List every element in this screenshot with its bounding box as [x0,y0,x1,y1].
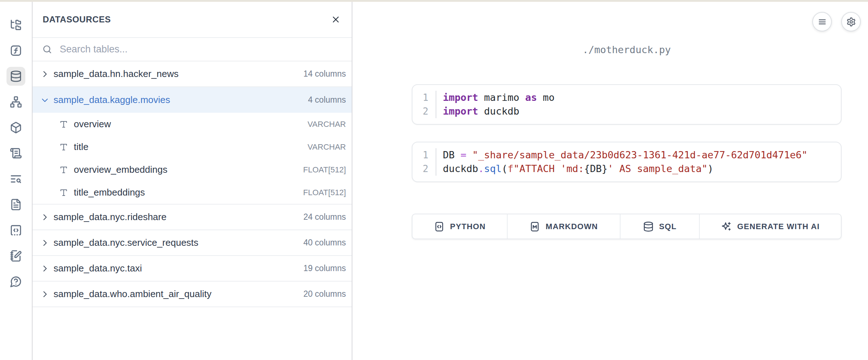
rail-item-database[interactable] [7,67,25,86]
add-cell-button-generate-with-ai[interactable]: GENERATE WITH AI [699,214,841,239]
rail-item-file-text[interactable] [7,195,25,214]
table-column-count: 4 columns [308,95,346,105]
column-type: FLOAT[512] [303,165,346,175]
table-row[interactable]: sample_data.who.ambient_air_quality20 co… [33,282,352,307]
gear-icon [846,17,856,27]
column-name: title_embeddings [74,187,145,198]
network-icon [10,96,22,108]
column-name: overview [74,119,111,130]
table-row[interactable]: sample_data.nyc.rideshare24 columns [33,205,352,230]
file-text-icon [10,198,22,211]
chevron-right-icon [41,290,49,299]
rail-item-function-square[interactable] [7,41,25,60]
chevron-right-icon [41,239,49,247]
top-right-toolbar [812,12,861,31]
column-row[interactable]: titleVARCHAR [33,136,352,158]
table-search-row [33,38,352,61]
type-icon [59,166,68,174]
type-icon [59,188,68,197]
rail-item-message-circle-question[interactable] [7,272,25,291]
table-name: sample_data.kaggle.movies [54,94,170,106]
table-column-count: 14 columns [303,69,346,79]
type-icon [59,120,68,129]
activity-rail [0,2,33,360]
table-name: sample_data.nyc.taxi [54,263,142,274]
panel-title: DATASOURCES [43,14,111,25]
add-cell-button-python[interactable]: PYTHON [412,214,507,239]
notebook-main: ./motherduck.py 12import marimo as moimp… [352,2,868,360]
code-editor[interactable]: DB = "_share/sample_data/23b0d623-1361-4… [436,148,808,176]
sparkles-icon [721,221,732,232]
add-cell-button-markdown[interactable]: MARKDOWN [507,214,620,239]
message-circle-question-icon [10,275,22,288]
table-row[interactable]: sample_data.nyc.service_requests40 colum… [33,230,352,256]
rail-item-folder-tree[interactable] [7,16,25,34]
code-cell: 12DB = "_share/sample_data/23b0d623-1361… [412,142,842,182]
search-input[interactable] [59,43,342,55]
column-type: VARCHAR [308,120,346,129]
notebook-pen-icon [10,250,22,262]
square-code-icon [10,224,22,236]
table-name: sample_data.nyc.service_requests [54,237,198,248]
markdown-square-icon [529,221,540,232]
datasources-panel: DATASOURCES sample_data.hn.hacker_news14… [33,2,352,360]
settings-button[interactable] [841,12,861,31]
notebook-content: ./motherduck.py 12import marimo as moimp… [412,44,842,239]
scroll-text-icon [10,147,22,159]
rail-item-text-search[interactable] [7,170,25,188]
column-type: VARCHAR [308,142,346,152]
app-window: DATASOURCES sample_data.hn.hacker_news14… [0,0,868,360]
column-row[interactable]: title_embeddingsFLOAT[512] [33,181,352,204]
function-square-icon [10,44,22,57]
close-icon [331,14,341,25]
close-panel-button[interactable] [331,14,341,25]
column-type: FLOAT[512] [303,188,346,197]
chevron-right-icon [41,213,49,222]
rail-item-network[interactable] [7,93,25,111]
table-row[interactable]: sample_data.kaggle.movies4 columns [33,87,352,113]
add-cell-button-label: GENERATE WITH AI [737,222,820,231]
menu-button[interactable] [812,12,832,31]
rail-item-box[interactable] [7,118,25,137]
table-list: sample_data.hn.hacker_news14 columnssamp… [33,61,352,360]
chevron-down-icon [41,96,49,104]
rail-item-notebook-pen[interactable] [7,247,25,265]
line-number-gutter: 12 [412,148,436,176]
add-cell-bar: PYTHONMARKDOWNSQLGENERATE WITH AI [412,214,842,239]
column-name: overview_embeddings [74,164,168,175]
table-name: sample_data.nyc.rideshare [54,211,166,223]
add-cell-button-label: SQL [659,222,677,231]
add-cell-button-sql[interactable]: SQL [620,214,699,239]
database-icon [10,70,22,82]
code-square-icon [434,221,445,232]
table-row[interactable]: sample_data.hn.hacker_news14 columns [33,61,352,87]
menu-icon [817,17,827,27]
text-search-icon [10,173,22,185]
table-column-count: 19 columns [303,263,346,273]
table-column-count: 20 columns [303,289,346,299]
add-cell-button-label: MARKDOWN [546,222,598,231]
notebook-filename[interactable]: ./motherduck.py [412,44,842,56]
line-number-gutter: 12 [412,91,436,118]
search-icon [42,44,52,55]
column-row[interactable]: overviewVARCHAR [33,113,352,136]
rail-item-scroll-text[interactable] [7,144,25,163]
app-body: DATASOURCES sample_data.hn.hacker_news14… [0,2,868,360]
add-cell-button-label: PYTHON [450,222,486,231]
column-list: overviewVARCHARtitleVARCHARoverview_embe… [33,113,352,205]
table-row[interactable]: sample_data.nyc.taxi19 columns [33,256,352,282]
rail-item-square-code[interactable] [7,221,25,240]
table-name: sample_data.who.ambient_air_quality [54,288,212,300]
table-name: sample_data.hn.hacker_news [54,68,178,80]
datasources-header: DATASOURCES [33,2,352,38]
code-editor[interactable]: import marimo as moimport duckdb [436,91,555,118]
column-name: title [74,141,88,153]
database-icon [643,221,654,232]
column-row[interactable]: overview_embeddingsFLOAT[512] [33,158,352,181]
box-icon [10,121,22,134]
table-column-count: 24 columns [303,212,346,222]
chevron-right-icon [41,264,49,273]
type-icon [59,143,68,151]
code-cell: 12import marimo as moimport duckdb [412,84,842,125]
table-column-count: 40 columns [303,238,346,248]
